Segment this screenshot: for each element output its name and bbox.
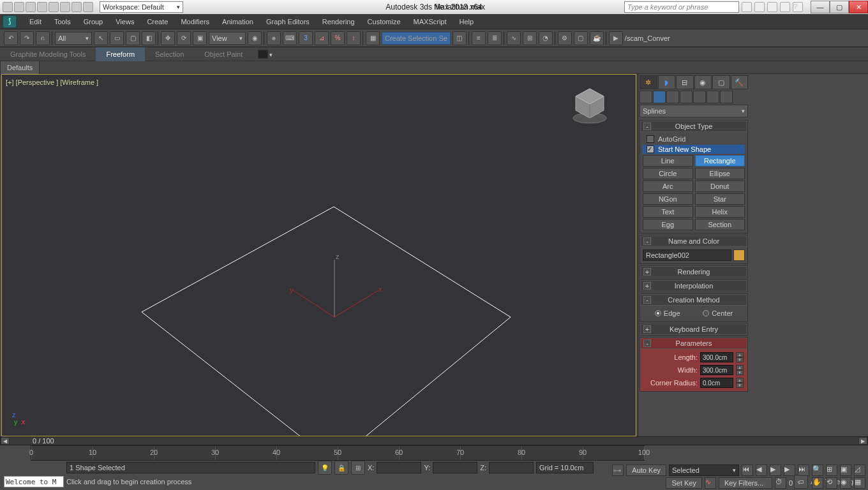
render-setup-button[interactable]: ⚙ (558, 31, 572, 45)
select-name-button[interactable]: ▭ (110, 31, 124, 45)
tab-motion-icon[interactable]: ◉ (694, 75, 712, 89)
window-crossing-button[interactable]: ◧ (142, 31, 156, 45)
section-button[interactable]: Section (695, 219, 745, 230)
spinner[interactable]: ▲▼ (736, 352, 744, 362)
timeline-ruler[interactable]: 0102030405060708090100 (31, 445, 645, 461)
track-scroll[interactable]: ◀ 0 / 100 ▶ (0, 436, 868, 445)
filter-dropdown[interactable]: All (55, 32, 92, 45)
length-input[interactable]: 300.0cm (700, 352, 733, 362)
scroll-left-icon[interactable]: ◀ (1, 437, 10, 445)
key-lock-icon[interactable]: ⊶ (612, 464, 624, 476)
rollout-header[interactable]: +Keyboard Entry (640, 323, 747, 335)
close-button[interactable]: ✕ (849, 1, 868, 13)
color-swatch[interactable] (733, 249, 745, 261)
tab-selection[interactable]: Selection (145, 47, 194, 61)
minimize-button[interactable]: — (811, 1, 830, 13)
redo-drop-icon[interactable] (71, 2, 82, 12)
key-filter-dropdown[interactable]: Selected (669, 464, 739, 476)
named-sel-button[interactable]: ▦ (366, 31, 380, 45)
new-icon[interactable] (3, 2, 13, 12)
object-name-input[interactable]: Rectangle002 (643, 249, 731, 261)
walk-icon[interactable]: ◉ (840, 477, 851, 489)
fov-icon[interactable]: ◿ (854, 464, 865, 476)
select-region-button[interactable]: ▢ (126, 31, 140, 45)
y-input[interactable] (433, 462, 477, 473)
time-config-icon[interactable]: ⏱ (775, 477, 786, 489)
cat-cameras-icon[interactable] (680, 91, 692, 103)
lock-selection-icon[interactable]: 🔒 (334, 461, 348, 475)
prev-frame-icon[interactable]: ◀ (756, 464, 767, 476)
radio-center[interactable] (703, 310, 709, 316)
tab-freeform[interactable]: Freeform (96, 47, 145, 61)
mirror-button[interactable]: ◫ (453, 31, 467, 45)
select-button[interactable]: ↖ (94, 31, 108, 45)
exchange-icon[interactable] (767, 2, 777, 12)
rectangle-wireframe[interactable] (142, 207, 511, 436)
menu-tools[interactable]: Tools (48, 14, 77, 29)
schematic-button[interactable]: ⊞ (523, 31, 537, 45)
render-button[interactable]: ☕ (590, 31, 604, 45)
subcategory-dropdown[interactable]: Splines (640, 105, 748, 117)
help-icon[interactable]: ? (793, 2, 803, 12)
maximize-button[interactable]: ▢ (830, 1, 849, 13)
menu-customize[interactable]: Customize (361, 14, 407, 29)
move-button[interactable]: ✥ (161, 31, 175, 45)
app-logo-icon[interactable]: ⟆ (3, 15, 17, 28)
listener-input[interactable]: Welcome to M (4, 476, 64, 487)
redo-icon[interactable] (60, 2, 70, 12)
link-icon[interactable] (83, 2, 93, 12)
start-new-shape-row[interactable]: Start New Shape (643, 145, 745, 154)
layers-button[interactable]: ≣ (488, 31, 502, 45)
goto-end-icon[interactable]: ⏭ (798, 464, 809, 476)
next-frame-icon[interactable]: ▶ (784, 464, 795, 476)
menu-views[interactable]: Views (109, 14, 140, 29)
color-swatch[interactable] (258, 50, 268, 59)
checkbox-icon[interactable] (647, 145, 654, 153)
text-button[interactable]: Text (643, 206, 693, 218)
ribbon-expand-icon[interactable] (268, 50, 273, 58)
align-button[interactable]: ≡ (472, 31, 486, 45)
tab-graphite[interactable]: Graphite Modeling Tools (0, 47, 96, 61)
angle-snap-button[interactable]: ⊿ (315, 31, 329, 45)
tab-hierarchy-icon[interactable]: ⊟ (676, 75, 694, 89)
max-viewport-icon[interactable]: ▦ (854, 477, 865, 489)
scroll-right-icon[interactable]: ▶ (858, 437, 867, 445)
menu-create[interactable]: Create (140, 14, 174, 29)
menu-graph-editors[interactable]: Graph Editors (260, 14, 316, 29)
auto-key-button[interactable]: Auto Key (626, 464, 666, 476)
rollout-header[interactable]: +Interpolation (640, 280, 747, 292)
undo-drop-icon[interactable] (49, 2, 59, 12)
subscription-icon[interactable] (754, 2, 765, 12)
set-key-button[interactable]: Set Key (666, 477, 702, 489)
donut-button[interactable]: Donut (695, 181, 745, 192)
menu-modifiers[interactable]: Modifiers (174, 14, 216, 29)
snap-button[interactable]: 3 (299, 31, 313, 45)
goto-start-icon[interactable]: ⏮ (742, 464, 753, 476)
cat-lights-icon[interactable] (666, 91, 679, 103)
circle-button[interactable]: Circle (643, 168, 693, 179)
menu-maxscript[interactable]: MAXScript (407, 14, 453, 29)
curve-editor-button[interactable]: ∿ (507, 31, 521, 45)
rollout-header[interactable]: -Name and Color (640, 235, 747, 247)
ngon-button[interactable]: NGon (643, 193, 693, 205)
tab-utilities-icon[interactable]: 🔨 (731, 75, 749, 89)
cat-systems-icon[interactable] (720, 91, 733, 103)
rollout-header[interactable]: +Rendering (640, 266, 747, 278)
menu-animation[interactable]: Animation (216, 14, 260, 29)
tab-create-icon[interactable]: ✲ (640, 75, 657, 89)
open-icon[interactable] (14, 2, 24, 12)
cat-spacewarps-icon[interactable] (707, 91, 719, 103)
egg-button[interactable]: Egg (643, 219, 693, 230)
corner-radius-input[interactable]: 0.0cm (700, 378, 733, 388)
zoom-all-icon[interactable]: ⊞ (826, 464, 837, 476)
favorites-icon[interactable] (780, 2, 790, 12)
zoom-icon[interactable]: 🔍 (812, 464, 823, 476)
tab-display-icon[interactable]: ▢ (712, 75, 730, 89)
create-selection-input[interactable]: Create Selection Se (382, 32, 451, 45)
undo-button[interactable]: ↶ (4, 31, 18, 45)
star-button[interactable]: Star (695, 193, 745, 205)
viewcube[interactable] (569, 85, 610, 126)
spinner[interactable]: ▲▼ (736, 378, 744, 388)
key-mode-icon[interactable]: ∿ (705, 477, 716, 489)
rotate-button[interactable]: ⟳ (177, 31, 191, 45)
